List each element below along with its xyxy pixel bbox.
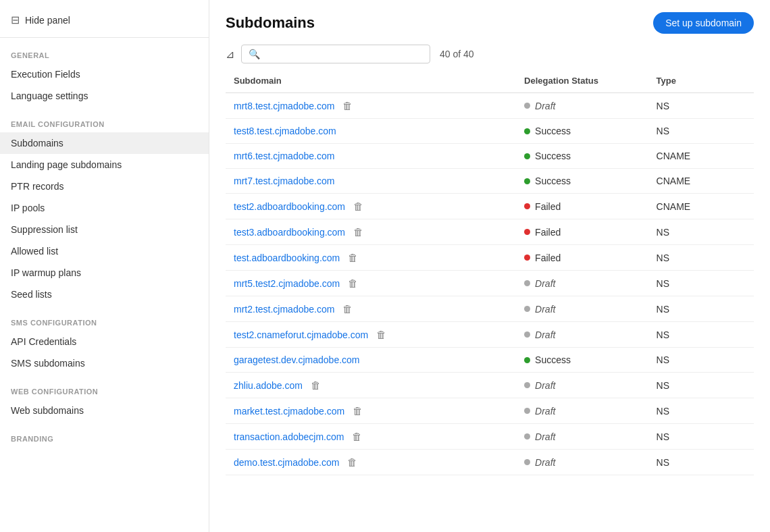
status-label: Success bbox=[535, 176, 571, 186]
status-dot bbox=[524, 459, 530, 465]
subdomain-cell: mrt7.test.cjmadobe.com bbox=[226, 169, 516, 194]
status-label: Success bbox=[535, 354, 571, 365]
status-label: Failed bbox=[535, 227, 561, 238]
subdomain-link[interactable]: mrt6.test.cjmadobe.com bbox=[234, 151, 334, 161]
sidebar-item-ip-pools[interactable]: IP pools bbox=[0, 197, 209, 219]
status-label: Draft bbox=[535, 431, 555, 442]
search-box: 🔍 bbox=[241, 45, 430, 63]
table-row: mrt7.test.cjmadobe.comSuccessCNAME bbox=[226, 169, 754, 194]
type-cell: NS bbox=[648, 93, 754, 119]
subdomains-table: Subdomain Delegation Status Type mrt8.te… bbox=[226, 69, 754, 475]
status-dot bbox=[524, 229, 530, 235]
sidebar-item-execution-fields[interactable]: Execution Fields bbox=[0, 63, 209, 85]
delete-icon[interactable]: 🗑 bbox=[348, 277, 358, 289]
subdomain-link[interactable]: test2.adboardbooking.com bbox=[234, 201, 345, 212]
sidebar-item-suppression-list[interactable]: Suppression list bbox=[0, 219, 209, 240]
status-dot bbox=[524, 153, 530, 159]
section-label-web-configuration: WEB CONFIGURATION bbox=[0, 374, 209, 400]
hide-panel-label: Hide panel bbox=[25, 15, 70, 26]
setup-subdomain-button[interactable]: Set up subdomain bbox=[653, 12, 754, 34]
status-label: Failed bbox=[535, 252, 561, 263]
table-row: zhliu.adobe.com🗑DraftNS bbox=[226, 373, 754, 398]
subdomain-cell: test8.test.cjmadobe.com bbox=[226, 119, 516, 144]
subdomain-link[interactable]: test.adboardbooking.com bbox=[234, 252, 340, 263]
table-row: mrt8.test.cjmadobe.com🗑DraftNS bbox=[226, 93, 754, 119]
page-title: Subdomains bbox=[226, 14, 315, 32]
sidebar-item-sms-subdomains[interactable]: SMS subdomains bbox=[0, 352, 209, 374]
subdomain-link[interactable]: test3.adboardbooking.com bbox=[234, 227, 345, 238]
delete-icon[interactable]: 🗑 bbox=[347, 456, 357, 468]
table-row: test8.test.cjmadobe.comSuccessNS bbox=[226, 119, 754, 144]
status-cell: Draft bbox=[516, 322, 648, 348]
delete-icon[interactable]: 🗑 bbox=[352, 431, 362, 442]
table-header-row: Subdomain Delegation Status Type bbox=[226, 69, 754, 93]
section-label-sms-configuration: SMS CONFIGURATION bbox=[0, 305, 209, 331]
delete-icon[interactable]: 🗑 bbox=[342, 100, 353, 111]
type-cell: NS bbox=[648, 219, 754, 245]
subdomain-link[interactable]: mrt8.test.cjmadobe.com bbox=[234, 101, 334, 111]
sidebar-item-api-credentials[interactable]: API Credentials bbox=[0, 331, 209, 352]
delete-icon[interactable]: 🗑 bbox=[342, 303, 353, 315]
subdomain-cell: test3.adboardbooking.com🗑 bbox=[226, 219, 516, 245]
sidebar-item-language-settings[interactable]: Language settings bbox=[0, 85, 209, 107]
type-cell: CNAME bbox=[648, 169, 754, 194]
delete-icon[interactable]: 🗑 bbox=[311, 379, 321, 391]
section-label-branding: BRANDING bbox=[0, 421, 209, 447]
sidebar-header[interactable]: ⊟ Hide panel bbox=[0, 0, 209, 38]
table-row: demo.test.cjmadobe.com🗑DraftNS bbox=[226, 450, 754, 475]
status-cell: Draft bbox=[516, 450, 648, 475]
table-row: test2.cnameforut.cjmadobe.com🗑DraftNS bbox=[226, 322, 754, 348]
sidebar-item-ip-warmup-plans[interactable]: IP warmup plans bbox=[0, 262, 209, 284]
sidebar-item-web-subdomains[interactable]: Web subdomains bbox=[0, 400, 209, 421]
status-dot bbox=[524, 128, 530, 134]
subdomain-link[interactable]: demo.test.cjmadobe.com bbox=[234, 457, 339, 468]
status-cell: Draft bbox=[516, 271, 648, 296]
filter-icon[interactable]: ⊿ bbox=[226, 48, 234, 61]
section-label-email-configuration: EMAIL CONFIGURATION bbox=[0, 107, 209, 132]
subdomain-link[interactable]: mrt7.test.cjmadobe.com bbox=[234, 176, 334, 186]
search-input[interactable] bbox=[264, 49, 423, 59]
status-cell: Success bbox=[516, 119, 648, 144]
delete-icon[interactable]: 🗑 bbox=[376, 329, 386, 340]
table-row: mrt5.test2.cjmadobe.com🗑DraftNS bbox=[226, 271, 754, 296]
subdomain-link[interactable]: test8.test.cjmadobe.com bbox=[234, 126, 336, 136]
type-cell: NS bbox=[648, 119, 754, 144]
sidebar-item-seed-lists[interactable]: Seed lists bbox=[0, 284, 209, 305]
subdomain-link[interactable]: test2.cnameforut.cjmadobe.com bbox=[234, 329, 368, 340]
delete-icon[interactable]: 🗑 bbox=[353, 226, 363, 238]
status-label: Draft bbox=[535, 329, 555, 340]
table-row: mrt2.test.cjmadobe.com🗑DraftNS bbox=[226, 296, 754, 322]
subdomain-link[interactable]: transaction.adobecjm.com bbox=[234, 431, 344, 442]
status-label: Draft bbox=[535, 457, 555, 468]
count-label: 40 of 40 bbox=[440, 49, 474, 59]
status-label: Success bbox=[535, 126, 571, 136]
subdomain-link[interactable]: mrt5.test2.cjmadobe.com bbox=[234, 278, 340, 289]
subdomain-cell: mrt8.test.cjmadobe.com🗑 bbox=[226, 93, 516, 119]
sidebar-item-allowed-list[interactable]: Allowed list bbox=[0, 240, 209, 262]
type-cell: NS bbox=[648, 450, 754, 475]
sidebar: ⊟ Hide panel GENERALExecution FieldsLang… bbox=[0, 0, 209, 532]
subdomain-cell: mrt6.test.cjmadobe.com bbox=[226, 144, 516, 169]
status-cell: Failed bbox=[516, 245, 648, 271]
col-header-status: Delegation Status bbox=[516, 69, 648, 93]
delete-icon[interactable]: 🗑 bbox=[353, 201, 363, 212]
table-row: garagetest.dev.cjmadobe.comSuccessNS bbox=[226, 348, 754, 373]
sidebar-item-subdomains[interactable]: Subdomains bbox=[0, 132, 209, 154]
subdomain-cell: demo.test.cjmadobe.com🗑 bbox=[226, 450, 516, 475]
subdomain-link[interactable]: garagetest.dev.cjmadobe.com bbox=[234, 354, 360, 365]
status-cell: Draft bbox=[516, 424, 648, 450]
status-dot bbox=[524, 103, 530, 109]
type-cell: NS bbox=[648, 296, 754, 322]
delete-icon[interactable]: 🗑 bbox=[353, 405, 363, 417]
subdomain-link[interactable]: zhliu.adobe.com bbox=[234, 380, 303, 391]
subdomain-cell: mrt5.test2.cjmadobe.com🗑 bbox=[226, 271, 516, 296]
sidebar-item-ptr-records[interactable]: PTR records bbox=[0, 176, 209, 197]
col-header-subdomain: Subdomain bbox=[226, 69, 516, 93]
status-cell: Success bbox=[516, 144, 648, 169]
subdomain-link[interactable]: market.test.cjmadobe.com bbox=[234, 406, 344, 417]
subdomain-link[interactable]: mrt2.test.cjmadobe.com bbox=[234, 304, 334, 315]
status-dot bbox=[524, 357, 530, 363]
sidebar-item-landing-page-subdomains[interactable]: Landing page subdomains bbox=[0, 154, 209, 176]
table-row: test2.adboardbooking.com🗑FailedCNAME bbox=[226, 194, 754, 219]
delete-icon[interactable]: 🗑 bbox=[348, 252, 358, 263]
